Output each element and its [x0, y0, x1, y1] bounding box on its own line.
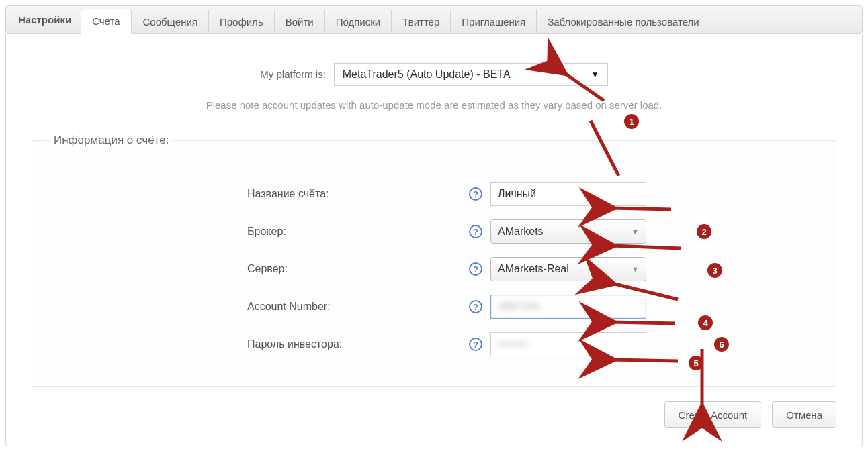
investor-password-input[interactable]: ••••••••	[490, 332, 646, 356]
server-value: AMarkets-Real	[498, 263, 569, 275]
broker-value: AMarkets	[498, 225, 544, 238]
tab-invites[interactable]: Приглашения	[450, 10, 536, 33]
tab-label: Счета	[92, 15, 120, 27]
platform-value: MetaTrader5 (Auto Update) - BETA	[343, 68, 511, 81]
tab-label: Заблокированные пользователи	[548, 16, 699, 28]
platform-row: My platform is: MetaTrader5 (Auto Update…	[32, 63, 836, 86]
help-icon[interactable]: ?	[469, 187, 482, 201]
help-icon[interactable]: ?	[469, 262, 482, 276]
chevron-down-icon: ▼	[591, 70, 599, 79]
annotation-badge-3: 3	[707, 263, 722, 278]
annotation-badge-1: 1	[624, 114, 639, 129]
tab-label: Профиль	[220, 16, 263, 28]
tab-label: Сообщения	[143, 16, 198, 28]
tab-twitter[interactable]: Твиттер	[391, 10, 450, 33]
annotation-badge-2: 2	[697, 224, 711, 239]
broker-select[interactable]: AMarkets ▼	[490, 219, 646, 244]
account-name-input[interactable]	[490, 182, 646, 206]
content-panel: My platform is: MetaTrader5 (Auto Update…	[5, 34, 863, 446]
tab-label: Приглашения	[462, 16, 525, 28]
row-investor-password: Пароль инвестора: ? ••••••••	[46, 325, 822, 363]
row-account-name: Название счёта: ?	[46, 175, 822, 213]
platform-label: My platform is:	[260, 68, 326, 80]
account-number-value: 3887184	[498, 301, 539, 313]
tab-blocked[interactable]: Заблокированные пользователи	[536, 10, 709, 33]
button-row: Create Account Отмена	[32, 401, 836, 428]
tab-messages[interactable]: Сообщения	[132, 10, 208, 33]
label-account-name: Название счёта:	[247, 188, 422, 200]
annotation-badge-6: 6	[714, 337, 729, 352]
platform-select[interactable]: MetaTrader5 (Auto Update) - BETA ▼	[334, 63, 608, 86]
help-icon[interactable]: ?	[469, 338, 482, 351]
settings-label: Настройки	[9, 6, 81, 33]
annotation-badge-5: 5	[689, 356, 703, 370]
tab-login[interactable]: Войти	[274, 10, 324, 33]
chevron-down-icon: ▼	[632, 265, 639, 273]
tabs-bar: Настройки Счета Сообщения Профиль Войти …	[5, 5, 863, 34]
help-icon[interactable]: ?	[469, 225, 482, 238]
label-broker: Брокер:	[247, 225, 422, 238]
account-number-input[interactable]: 3887184	[490, 295, 646, 319]
label-server: Сервер:	[247, 263, 422, 275]
investor-password-value: ••••••••	[498, 338, 528, 350]
tab-subscriptions[interactable]: Подписки	[324, 10, 392, 33]
help-icon[interactable]: ?	[469, 300, 482, 313]
label-account-number: Account Number:	[247, 301, 422, 313]
tab-label: Подписки	[336, 16, 381, 28]
row-server: Сервер: ? AMarkets-Real ▼	[46, 250, 822, 288]
cancel-button[interactable]: Отмена	[772, 401, 836, 428]
auto-update-note: Please note account updates with auto-up…	[32, 99, 836, 111]
tab-accounts[interactable]: Счета	[81, 9, 131, 34]
tab-label: Твиттер	[402, 16, 439, 28]
fieldset-legend: Информация о счёте:	[50, 134, 173, 147]
server-select[interactable]: AMarkets-Real ▼	[490, 257, 646, 281]
annotation-badge-4: 4	[698, 315, 713, 330]
chevron-down-icon: ▼	[632, 228, 639, 236]
tab-label: Войти	[286, 16, 314, 28]
create-account-button[interactable]: Create Account	[664, 401, 762, 428]
tab-profile[interactable]: Профиль	[208, 10, 274, 33]
label-investor-password: Пароль инвестора:	[247, 338, 422, 350]
